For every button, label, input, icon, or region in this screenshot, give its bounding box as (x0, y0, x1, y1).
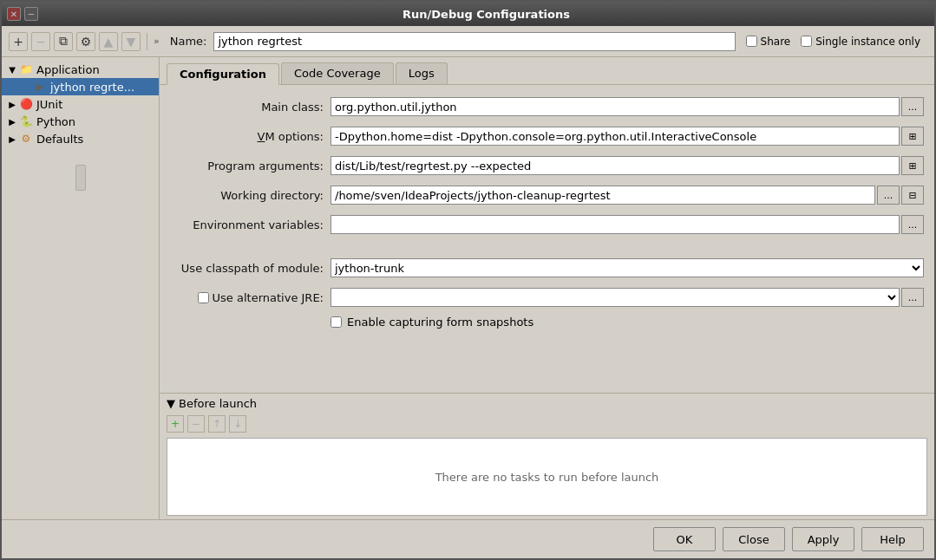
vm-options-input-group: ⊞ (331, 127, 924, 146)
before-launch-up-button[interactable]: ↑ (208, 415, 226, 433)
alt-jre-row: Use alternative JRE: ... (170, 286, 924, 309)
sidebar-item-jython-regrtest[interactable]: ▶ jython regrte... (2, 78, 159, 95)
name-label: Name: (170, 35, 207, 48)
sidebar-item-junit[interactable]: ▶ 🔴 JUnit (2, 95, 159, 113)
close-window-button[interactable]: ✕ (7, 7, 21, 21)
before-launch-arrow-icon: ▼ (167, 397, 175, 410)
name-section: Name: (170, 32, 736, 51)
jython-leaf-spacer (19, 82, 33, 92)
main-class-label: Main class: (170, 101, 331, 114)
classpath-select[interactable]: jython-trunk (331, 258, 924, 277)
tab-code-coverage[interactable]: Code Coverage (281, 62, 394, 84)
section-divider (170, 243, 924, 257)
alt-jre-select[interactable] (331, 288, 900, 307)
title-bar: ✕ − Run/Debug Configurations (2, 2, 934, 26)
add-config-button[interactable]: + (9, 32, 28, 51)
configuration-panel: Main class: ... VM options: ⊞ (160, 85, 934, 393)
toolbar-separator (147, 33, 147, 50)
before-launch-remove-button[interactable]: − (187, 415, 205, 433)
env-vars-row: Environment variables: ... (170, 213, 924, 236)
close-button[interactable]: Close (723, 527, 785, 551)
program-args-expand-button[interactable]: ⊞ (901, 156, 924, 175)
before-launch-add-button[interactable]: + (167, 415, 184, 433)
vm-options-input[interactable] (331, 127, 900, 146)
python-icon: 🐍 (19, 114, 33, 128)
tab-logs[interactable]: Logs (396, 62, 448, 84)
vm-options-expand-button[interactable]: ⊞ (901, 127, 924, 146)
application-label: Application (36, 63, 100, 76)
application-folder-icon: 📁 (19, 62, 33, 76)
python-arrow-icon: ▶ (5, 117, 19, 127)
jython-run-icon: ▶ (33, 80, 47, 94)
env-vars-input[interactable] (331, 215, 900, 234)
share-options: Share Single instance only (746, 36, 920, 48)
main-class-row: Main class: ... (170, 95, 924, 118)
env-vars-label: Environment variables: (170, 218, 331, 231)
settings-config-button[interactable]: ⚙ (76, 32, 95, 51)
sidebar-item-application[interactable]: ▼ 📁 Application (2, 61, 159, 78)
main-class-input-group: ... (331, 97, 924, 116)
bottom-bar: OK Close Apply Help (2, 519, 934, 558)
vm-options-label: VM options: (170, 130, 331, 143)
tab-configuration[interactable]: Configuration (167, 63, 279, 85)
main-panel: Configuration Code Coverage Logs Main cl… (160, 57, 934, 519)
sidebar-item-defaults[interactable]: ▶ ⚙ Defaults (2, 130, 159, 147)
defaults-arrow-icon: ▶ (5, 134, 19, 144)
alt-jre-label-area: Use alternative JRE: (170, 291, 331, 304)
sidebar: ▼ 📁 Application ▶ jython regrte... ▶ 🔴 J… (2, 57, 160, 519)
working-dir-row: Working directory: ... ⊟ (170, 184, 924, 206)
program-args-input[interactable] (331, 156, 900, 175)
before-launch-header[interactable]: ▼ Before launch (160, 394, 934, 413)
junit-icon: 🔴 (19, 97, 33, 111)
down-config-button[interactable]: ▼ (121, 32, 141, 51)
apply-button[interactable]: Apply (792, 527, 854, 551)
form-snapshots-label: Enable capturing form snapshots (347, 316, 533, 329)
form-snapshots-row: Enable capturing form snapshots (170, 316, 924, 329)
working-dir-browse-button[interactable]: ... (877, 186, 900, 205)
junit-label: JUnit (36, 98, 62, 111)
minimize-window-button[interactable]: − (24, 7, 38, 21)
before-launch-down-button[interactable]: ↓ (229, 415, 246, 433)
classpath-input-group: jython-trunk (331, 258, 924, 277)
working-dir-input[interactable] (331, 186, 875, 205)
toolbar: + − ⧉ ⚙ ▲ ▼ » Name: Share Single instanc… (2, 26, 934, 57)
python-label: Python (36, 115, 75, 128)
alt-jre-input-group: ... (331, 288, 924, 307)
name-input[interactable] (213, 32, 735, 51)
remove-config-button[interactable]: − (31, 32, 50, 51)
share-option[interactable]: Share (746, 36, 791, 48)
ok-button[interactable]: OK (653, 527, 716, 551)
sidebar-item-python[interactable]: ▶ 🐍 Python (2, 113, 159, 130)
run-debug-configurations-window: ✕ − Run/Debug Configurations + − ⧉ ⚙ ▲ ▼… (0, 0, 936, 560)
env-vars-browse-button[interactable]: ... (901, 215, 924, 234)
window-title: Run/Debug Configurations (43, 8, 929, 21)
classpath-row: Use classpath of module: jython-trunk (170, 257, 924, 279)
main-class-browse-button[interactable]: ... (901, 97, 924, 116)
alt-jre-browse-button[interactable]: ... (901, 288, 924, 307)
vm-options-row: VM options: ⊞ (170, 125, 924, 147)
share-checkbox[interactable] (746, 36, 757, 47)
working-dir-expand-button[interactable]: ⊟ (901, 186, 924, 205)
jython-arrow-spacer (5, 82, 19, 92)
junit-arrow-icon: ▶ (5, 100, 19, 109)
form-snapshots-checkbox[interactable] (331, 316, 342, 328)
single-instance-checkbox[interactable] (801, 36, 812, 47)
content-area: ▼ 📁 Application ▶ jython regrte... ▶ 🔴 J… (2, 57, 934, 519)
toolbar-more-icon[interactable]: » (154, 36, 160, 47)
main-class-input[interactable] (331, 97, 900, 116)
classpath-label: Use classpath of module: (170, 262, 331, 275)
env-vars-input-group: ... (331, 215, 924, 234)
share-label: Share (761, 36, 791, 48)
application-arrow-icon: ▼ (5, 65, 19, 75)
single-instance-option[interactable]: Single instance only (801, 36, 920, 48)
working-dir-input-group: ... ⊟ (331, 186, 924, 205)
up-config-button[interactable]: ▲ (99, 32, 118, 51)
program-args-row: Program arguments: ⊞ (170, 154, 924, 177)
copy-config-button[interactable]: ⧉ (54, 32, 73, 51)
alt-jre-checkbox[interactable] (198, 292, 209, 303)
help-button[interactable]: Help (861, 527, 924, 551)
before-launch-section: ▼ Before launch + − ↑ ↓ There are no tas… (160, 393, 934, 519)
working-dir-label: Working directory: (170, 189, 331, 202)
before-launch-empty-message: There are no tasks to run before launch (435, 471, 659, 484)
program-args-input-group: ⊞ (331, 156, 924, 175)
